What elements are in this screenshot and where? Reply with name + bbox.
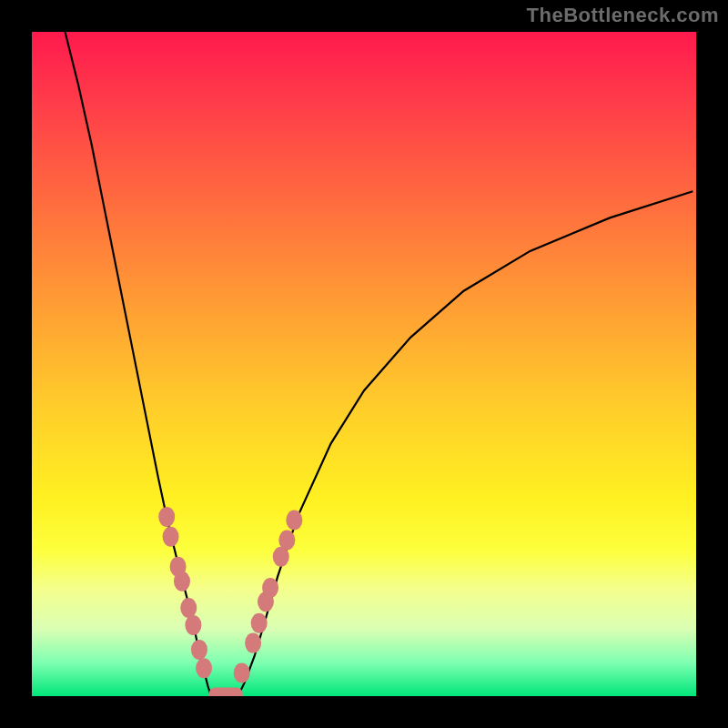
curve-right: [238, 191, 693, 696]
watermark-text: TheBottleneck.com: [527, 5, 719, 25]
data-marker: [262, 578, 278, 598]
data-marker: [163, 527, 179, 547]
data-marker: [180, 598, 197, 618]
bottom-marker-pill: [209, 688, 243, 696]
data-marker: [251, 613, 268, 633]
data-marker: [158, 507, 175, 527]
curve-layer: [32, 32, 696, 696]
curve-left: [66, 32, 212, 696]
data-marker: [196, 658, 212, 678]
data-marker: [174, 571, 190, 592]
data-marker: [286, 511, 302, 531]
data-marker: [185, 615, 201, 635]
markers-right: [234, 511, 303, 683]
chart-stage: TheBottleneck.com: [0, 0, 728, 728]
data-marker: [234, 662, 250, 682]
plot-area: [32, 32, 696, 696]
data-marker: [278, 530, 295, 550]
data-marker: [245, 633, 261, 653]
data-marker: [191, 640, 207, 660]
